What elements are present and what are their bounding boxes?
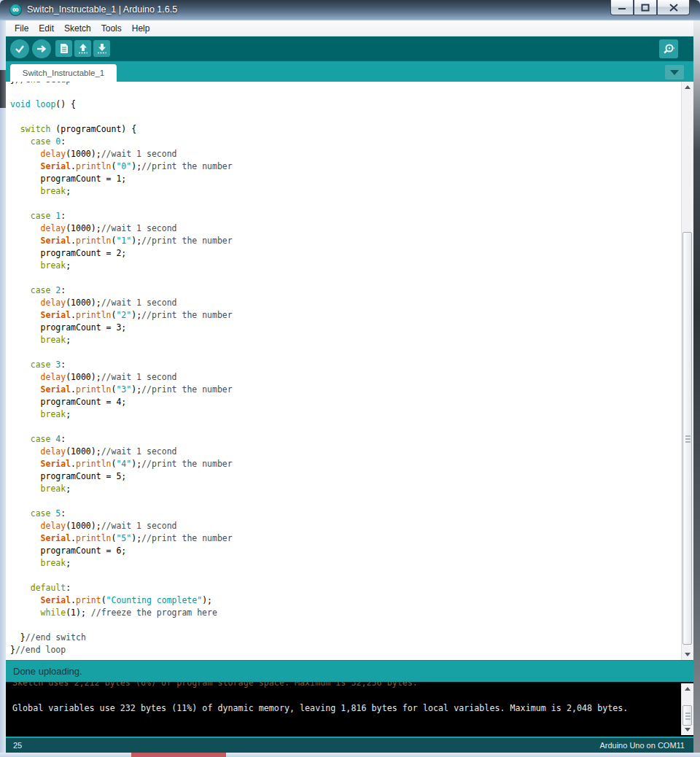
console-output[interactable]: Sketch uses 2,212 bytes (6%) of program …	[6, 682, 693, 737]
code-line: delay(1000);//wait 1 second	[10, 148, 233, 160]
scrollbar-grip	[685, 713, 691, 714]
code-line: break;	[10, 260, 233, 272]
code-line: break;	[10, 408, 233, 421]
triangle-down-icon	[685, 653, 691, 656]
code-line	[10, 495, 233, 508]
code-line: programCount = 5;	[10, 470, 233, 483]
code-line: break;	[10, 185, 233, 198]
code-line: programCount = 1;	[10, 173, 233, 185]
maximize-icon	[641, 4, 650, 12]
minimize-button[interactable]	[610, 0, 634, 15]
background-window-sliver-right	[693, 20, 700, 753]
code-line: default:	[10, 582, 233, 594]
code-line: Serial.println("1");//print the number	[10, 235, 233, 247]
code-line: }//end switch	[10, 632, 233, 644]
code-line: case 3:	[10, 359, 233, 371]
code-line: programCount = 6;	[10, 545, 233, 557]
code-line: case 1:	[10, 210, 233, 222]
chevron-down-icon	[670, 70, 679, 75]
menu-item-sketch[interactable]: Sketch	[59, 22, 96, 35]
code-line: delay(1000);//wait 1 second	[10, 222, 233, 235]
menu-bar: FileEditSketchToolsHelp	[6, 20, 693, 36]
status-message: Done uploading.	[13, 666, 82, 677]
code-editor[interactable]: }//end setupvoid loop() { switch (progra…	[6, 82, 693, 660]
arrow-right-icon	[36, 44, 47, 54]
menu-item-help[interactable]: Help	[127, 22, 155, 35]
code-line: Serial.println("2");//print the number	[10, 309, 233, 322]
scroll-down-button[interactable]	[682, 649, 693, 660]
window-controls	[610, 0, 690, 15]
code-line: Serial.println("4");//print the number	[10, 458, 233, 470]
code-line: delay(1000);//wait 1 second	[10, 446, 233, 458]
board-port-info: Arduino Uno on COM11	[599, 741, 685, 750]
maximize-button[interactable]	[634, 0, 657, 15]
arduino-logo-icon: ∞	[9, 4, 22, 16]
code-line	[10, 86, 233, 98]
code-line: Serial.println("3");//print the number	[10, 384, 233, 396]
code-line: Serial.println("0");//print the number	[10, 160, 233, 173]
console-content: Sketch uses 2,212 bytes (6%) of program …	[12, 682, 628, 715]
save-button[interactable]	[93, 40, 110, 57]
code-line: break;	[10, 483, 233, 495]
console-scrollbar-thumb[interactable]	[682, 705, 692, 726]
console-scrollbar[interactable]	[681, 683, 693, 735]
new-sketch-button[interactable]	[55, 40, 72, 57]
tab-menu-button[interactable]	[665, 65, 684, 79]
bottom-status-bar: 25 Arduino Uno on COM11	[6, 738, 693, 753]
background-window-sliver-left	[0, 20, 6, 753]
console-scroll-up-button[interactable]	[682, 683, 693, 694]
code-line: programCount = 3;	[10, 322, 233, 334]
magnifier-icon	[661, 42, 676, 55]
menu-item-file[interactable]: File	[9, 22, 34, 35]
code-line: Serial.print("Counting complete");	[10, 594, 233, 607]
console-line	[12, 690, 628, 703]
code-line	[10, 421, 233, 433]
code-line: case 0:	[10, 136, 233, 148]
code-line: while(1); //freeze the program here	[10, 607, 233, 619]
code-line	[10, 272, 233, 284]
serial-monitor-button[interactable]	[659, 39, 678, 58]
code-line: delay(1000);//wait 1 second	[10, 297, 233, 309]
scrollbar-grip	[685, 435, 691, 437]
code-line	[10, 346, 233, 359]
verify-button[interactable]	[10, 39, 29, 58]
current-line-number: 25	[13, 741, 22, 750]
console-line: Sketch uses 2,212 bytes (6%) of program …	[12, 682, 628, 690]
code-line: case 5:	[10, 508, 233, 520]
code-line: Serial.println("5");//print the number	[10, 532, 233, 545]
code-line: case 4:	[10, 433, 233, 446]
code-line	[10, 111, 233, 123]
menu-item-tools[interactable]: Tools	[96, 22, 127, 35]
editor-scrollbar-thumb[interactable]	[682, 232, 692, 645]
window-titlebar[interactable]: ∞ Switch_Instructable_1 | Arduino 1.6.5	[0, 0, 700, 20]
tab-strip: Switch_Instructable_1	[6, 61, 693, 82]
close-button[interactable]	[657, 0, 690, 15]
console-scroll-down-button[interactable]	[682, 724, 693, 735]
background-window-sliver-pink	[131, 753, 226, 757]
window-title: Switch_Instructable_1 | Arduino 1.6.5	[27, 4, 177, 15]
code-content: }//end setupvoid loop() { switch (progra…	[10, 82, 233, 656]
code-line: void loop() {	[10, 98, 233, 111]
arrow-up-tray-icon	[78, 43, 88, 54]
code-line: case 2:	[10, 284, 233, 297]
menu-item-edit[interactable]: Edit	[34, 22, 59, 35]
tab-switch-instructable-1[interactable]: Switch_Instructable_1	[10, 64, 117, 82]
upload-button[interactable]	[32, 39, 51, 58]
code-line: programCount = 2;	[10, 247, 233, 260]
close-icon	[669, 4, 678, 12]
code-line	[10, 570, 233, 582]
code-line: delay(1000);//wait 1 second	[10, 371, 233, 384]
code-line: programCount = 4;	[10, 396, 233, 408]
code-line: delay(1000);//wait 1 second	[10, 520, 233, 532]
tab-label: Switch_Instructable_1	[23, 69, 105, 77]
triangle-up-icon	[685, 687, 691, 691]
code-line: switch (programCount) {	[10, 123, 233, 136]
desktop-sliver-bottom	[0, 753, 700, 757]
code-line: }//end loop	[10, 644, 233, 656]
arrow-down-tray-icon	[97, 43, 107, 54]
scroll-up-button[interactable]	[682, 82, 693, 93]
background-window-fragment	[0, 70, 6, 108]
console-line: Global variables use 232 bytes (11%) of …	[12, 702, 628, 715]
open-button[interactable]	[74, 40, 91, 57]
editor-scrollbar[interactable]	[681, 82, 693, 660]
